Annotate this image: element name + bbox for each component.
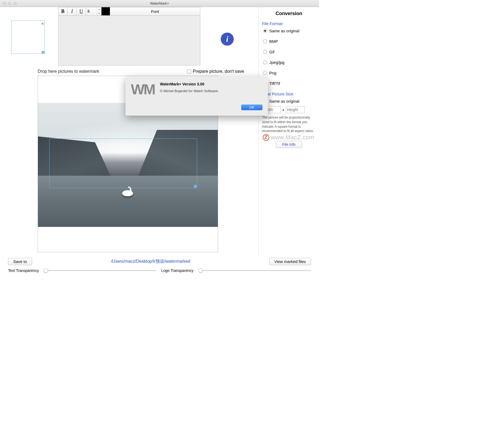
logo-transparency-label: Logo Transparency — [161, 268, 194, 273]
about-dialog: WM WaterMark+ Version 3.00 © Michel Buja… — [125, 77, 268, 116]
save-to-button[interactable]: Save to — [8, 258, 32, 265]
radio-icon[interactable] — [263, 60, 267, 64]
final-size-heading: Final Picture Size — [262, 92, 316, 96]
format-label: Png — [269, 71, 276, 75]
font-button[interactable]: Font — [110, 7, 200, 15]
conversion-sidebar: Conversion File Format Same as original … — [258, 7, 319, 256]
slider-knob-icon[interactable] — [44, 268, 48, 273]
font-size-stepper[interactable]: 8 ▲▼ — [86, 7, 102, 15]
format-label: Same as original — [269, 29, 299, 33]
text-transparency-label: Text Transparency — [8, 268, 39, 273]
drop-instruction-label: Drop here pictures to watermark — [38, 69, 99, 74]
height-input[interactable] — [286, 106, 305, 113]
slider-knob-icon[interactable] — [198, 268, 203, 273]
view-marked-files-button[interactable]: View marked files — [269, 258, 311, 265]
ok-button[interactable]: OK — [241, 105, 262, 110]
save-path-label: /Users/macz/Desktop/lr预设/watermarked — [111, 259, 190, 264]
radio-icon[interactable] — [263, 29, 267, 33]
format-label: BMP — [269, 39, 278, 44]
titlebar: WaterMark+ — [0, 0, 319, 7]
watermark-text-input[interactable] — [58, 16, 200, 65]
watermark-placement-box[interactable]: × — [11, 20, 45, 54]
logo-z-icon: Z — [263, 134, 269, 141]
format-radio-png[interactable]: Png — [263, 71, 316, 75]
size-same-checkbox[interactable]: Same as original — [263, 99, 316, 103]
info-icon[interactable]: i — [221, 33, 234, 46]
format-radio-same[interactable]: Same as original — [263, 29, 316, 33]
x-separator: x — [282, 108, 284, 112]
size-same-label: Same as original — [269, 99, 299, 103]
main-area: × B I U 8 ▲▼ Font i Drop here pictures t… — [0, 7, 258, 256]
site-watermark-text: www.MacZ.com — [271, 134, 314, 141]
underline-button[interactable]: U — [77, 7, 86, 15]
radio-icon[interactable] — [263, 50, 267, 54]
preview-image — [38, 103, 218, 227]
italic-button[interactable]: I — [68, 7, 77, 15]
font-size-value: 8 — [88, 9, 90, 13]
zoom-window-button[interactable] — [13, 2, 17, 5]
window-title: WaterMark+ — [0, 1, 319, 5]
bold-button[interactable]: B — [58, 7, 68, 15]
format-label: Jpeg/jpg — [269, 60, 285, 65]
stepper-arrows-icon[interactable]: ▲▼ — [97, 7, 101, 15]
radio-icon[interactable] — [263, 71, 267, 75]
prepare-picture-checkbox[interactable]: Prepare picture, don't save — [187, 69, 244, 74]
file-info-button[interactable]: File Info — [276, 141, 302, 148]
file-format-heading: File Format — [262, 21, 316, 26]
prepare-picture-label: Prepare picture, don't save — [193, 69, 244, 74]
resize-handle-icon[interactable] — [42, 51, 45, 54]
format-label: Gif — [269, 50, 274, 54]
format-label: Tiff/Tif — [269, 81, 280, 86]
sidebar-title: Conversion — [262, 11, 316, 16]
format-radio-jpeg[interactable]: Jpeg/jpg — [263, 60, 316, 65]
checkbox-icon[interactable] — [187, 70, 191, 74]
size-help-text: The picture will be proportionnally size… — [262, 115, 316, 133]
dialog-copyright: © Michel Bujardet for Match Software — [160, 89, 218, 93]
format-radio-tiff[interactable]: Tiff/Tif — [263, 81, 316, 86]
radio-icon[interactable] — [263, 39, 267, 43]
text-toolbar: B I U 8 ▲▼ Font — [58, 7, 200, 16]
app-logo-icon: WM — [131, 82, 155, 96]
close-icon[interactable]: × — [41, 21, 44, 26]
site-watermark-overlay: Z www.MacZ.com — [263, 134, 314, 141]
logo-transparency-slider[interactable] — [198, 270, 311, 271]
text-transparency-slider[interactable] — [44, 270, 156, 271]
format-radio-gif[interactable]: Gif — [263, 50, 316, 54]
text-color-swatch[interactable] — [102, 7, 110, 15]
close-window-button[interactable] — [3, 2, 6, 5]
format-radio-bmp[interactable]: BMP — [263, 39, 316, 44]
dialog-title: WaterMark+ Version 3.00 — [160, 82, 218, 86]
minimize-window-button[interactable] — [8, 2, 11, 5]
bottom-bar: Save to /Users/macz/Desktop/lr预设/waterma… — [0, 256, 319, 281]
